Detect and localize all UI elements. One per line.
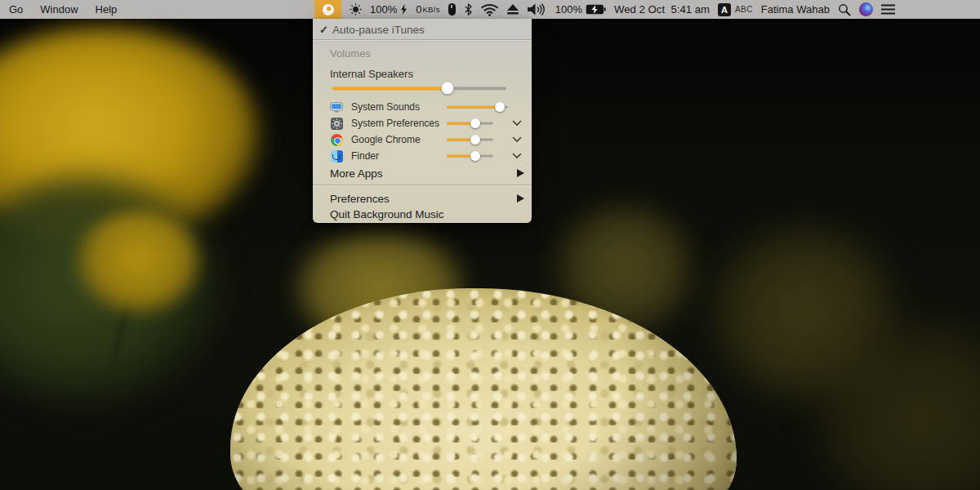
menu-help[interactable]: Help [95,0,118,19]
more-apps-label: More Apps [330,167,383,180]
sun-icon [350,3,362,16]
mouse-battery-icon [448,3,456,16]
chevron-down-icon [512,120,522,127]
battery-left-menubar-item[interactable]: 100% [370,0,408,19]
siri-icon [859,2,873,16]
quit-label: Quit Background Music [330,208,444,220]
input-source-label: ABC [735,5,753,14]
menu-separator [313,185,532,185]
app-name: Google Chrome [351,134,421,145]
siri-menubar-item[interactable] [859,0,873,19]
system-preferences-volume-slider[interactable] [447,118,493,129]
volumes-section-header: Volumes [313,46,532,60]
menu-window[interactable]: Window [39,0,78,19]
chevron-down-icon [512,136,522,143]
menu-separator [313,39,532,40]
background-music-menubar-button[interactable] [314,0,341,19]
preferences-label: Preferences [330,193,390,205]
menu-go[interactable]: Go [8,0,24,19]
chevron-down-icon [512,153,522,159]
slider-knob[interactable] [441,82,453,95]
spotlight-menubar-item[interactable] [838,0,851,19]
network-rate-value: 0 [416,3,421,16]
notification-center-menubar-item[interactable] [881,0,895,19]
app-volume-row-google-chrome[interactable]: Google Chrome [330,131,526,148]
slider-track[interactable] [332,87,506,90]
menu-item-more-apps[interactable]: More Apps [313,164,532,182]
slider-knob[interactable] [470,118,480,128]
network-rate-unit: KB/s [422,5,439,14]
mouse-battery-menubar-item[interactable] [448,0,456,19]
battery-left-percentage: 100% [370,3,397,16]
eject-icon [506,4,519,15]
finder-icon [330,150,343,163]
menu-item-quit-background-music[interactable]: Quit Background Music [313,205,532,223]
magnifier-icon [838,3,851,16]
google-chrome-volume-slider[interactable] [447,134,493,145]
input-source-menubar-item[interactable]: A ABC [718,0,753,19]
user-menubar-item[interactable]: Fatima Wahab [761,0,830,19]
lightning-icon [400,4,408,15]
submenu-arrow-icon [517,194,524,203]
speaker-icon [528,3,547,16]
battery-charging-icon [586,4,606,15]
expand-row-button[interactable] [510,153,523,159]
screen: Go Window Help [0,0,980,490]
gear-icon [330,118,343,130]
finder-volume-slider[interactable] [447,150,493,162]
status-bar: 100% 0 KB/s [314,0,895,19]
internal-speakers-volume-slider[interactable] [332,82,506,95]
battery-menubar-item[interactable]: 100% [555,0,606,19]
display-icon [330,102,343,113]
battery-percentage: 100% [555,3,582,16]
volume-menubar-item[interactable] [528,0,547,19]
background-music-icon [322,3,335,16]
wallpaper-flower-small-left [74,211,204,317]
eject-menubar-item[interactable] [506,0,519,19]
checkmark-icon: ✓ [318,24,330,36]
wifi-menubar-item[interactable] [481,0,498,19]
app-volume-row-finder[interactable]: Finder [330,148,526,164]
system-sounds-volume-slider[interactable] [447,101,508,113]
menu-bar: Go Window Help [0,0,980,19]
slider-fill [447,106,500,109]
slider-knob[interactable] [470,135,480,145]
brightness-menubar-item[interactable] [350,0,362,19]
network-rate-menubar-item[interactable]: 0 KB/s [416,0,440,19]
list-icon [881,4,895,15]
bluetooth-menubar-item[interactable] [464,0,473,19]
app-volume-row-system-preferences[interactable]: System Preferences [330,115,526,131]
submenu-arrow-icon [517,169,524,177]
expand-row-button[interactable] [510,120,523,127]
slider-knob[interactable] [495,102,505,112]
slider-knob[interactable] [470,151,480,161]
app-volume-row-system-sounds[interactable]: System Sounds [330,99,526,115]
app-name: System Sounds [351,101,420,113]
app-menus: Go Window Help [0,0,118,19]
auto-pause-label: Auto-pause iTunes [332,24,425,36]
output-device-label: Internal Speakers [313,66,532,81]
app-name: Finder [351,150,379,162]
bluetooth-icon [464,3,473,16]
wifi-icon [481,3,498,16]
input-source-icon: A [718,3,731,16]
expand-row-button[interactable] [510,136,523,143]
menu-item-auto-pause-itunes[interactable]: ✓ Auto-pause iTunes [313,20,532,38]
app-name: System Preferences [351,118,439,129]
background-music-menu: ✓ Auto-pause iTunes Volumes Internal Spe… [313,19,532,223]
slider-fill [332,87,448,90]
chrome-icon [330,134,343,146]
menubar-clock[interactable]: Wed 2 Oct 5:41 am [614,0,710,19]
